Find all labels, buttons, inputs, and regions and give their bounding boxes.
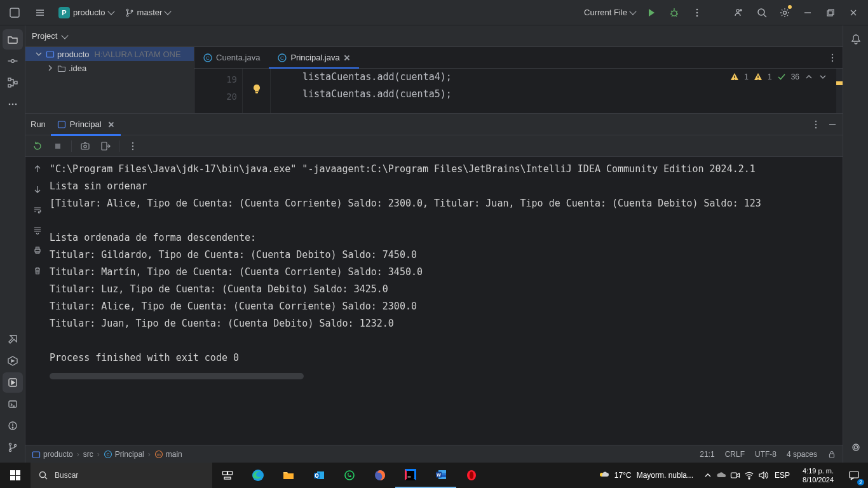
run-tab[interactable]: Principal: [51, 114, 121, 135]
ok-count: 36: [791, 72, 799, 81]
more-tool-icon[interactable]: [3, 94, 23, 114]
start-button[interactable]: [0, 463, 31, 488]
toolbar-more-icon[interactable]: [125, 138, 141, 154]
action-center-icon[interactable]: 2: [840, 463, 868, 488]
edge-icon[interactable]: [243, 463, 273, 488]
screenshot-icon[interactable]: [77, 138, 93, 154]
structure-tool-icon[interactable]: [3, 72, 23, 93]
lightbulb-icon[interactable]: [252, 84, 262, 94]
status-indent[interactable]: 4 spaces: [787, 450, 817, 459]
status-line-sep[interactable]: CRLF: [725, 450, 745, 459]
tree-label: producto: [57, 50, 90, 59]
search-icon[interactable]: [751, 0, 773, 25]
svg-point-37: [14, 444, 16, 446]
exit-icon[interactable]: [97, 138, 114, 154]
close-icon[interactable]: [344, 55, 350, 61]
panel-options-icon[interactable]: [811, 119, 821, 130]
breadcrumb-item[interactable]: src: [83, 450, 93, 459]
clock-time: 4:19 p. m.: [803, 466, 834, 475]
wifi-icon[interactable]: [744, 470, 754, 480]
window-minimize-icon[interactable]: [797, 0, 818, 25]
run-button[interactable]: [641, 0, 662, 25]
git-branch-selector[interactable]: master: [121, 4, 175, 22]
svg-text:C: C: [206, 55, 210, 61]
chevron-down-icon[interactable]: [62, 32, 69, 39]
problems-tool-icon[interactable]: [3, 416, 23, 436]
project-selector[interactable]: P producto: [55, 4, 118, 22]
class-icon: C: [278, 53, 287, 62]
taskbar-weather[interactable]: 17°C Mayorm. nubla...: [592, 470, 700, 481]
tree-row-root[interactable]: producto H:\ALURA LATAM ONE: [25, 47, 194, 61]
app-menu-icon[interactable]: [4, 0, 25, 25]
svg-point-53: [815, 126, 817, 128]
run-tool-icon[interactable]: [3, 372, 23, 393]
commit-tool-icon[interactable]: [3, 51, 23, 71]
settings-icon[interactable]: [774, 0, 796, 25]
services-tool-icon[interactable]: [3, 351, 23, 371]
debug-button[interactable]: [663, 0, 685, 25]
editor-area[interactable]: 19 20 listaCuentas.add(cuenta4); listaCu…: [194, 69, 843, 113]
scroll-down-icon[interactable]: [29, 181, 46, 198]
onedrive-icon[interactable]: [716, 470, 726, 480]
status-caret[interactable]: 21:1: [700, 450, 714, 459]
console-side-toolbar: [25, 157, 50, 445]
breadcrumb-item[interactable]: C Principal: [104, 450, 144, 459]
editor-error-stripe[interactable]: [836, 69, 843, 113]
terminal-tool-icon[interactable]: [3, 394, 23, 414]
ai-assistant-tool-icon[interactable]: [846, 437, 866, 458]
chevron-up-icon[interactable]: [804, 72, 813, 81]
meet-now-icon[interactable]: [730, 470, 740, 480]
run-config-label: Current File: [584, 8, 627, 17]
close-icon[interactable]: [108, 121, 114, 128]
horizontal-scrollbar[interactable]: [50, 373, 304, 379]
tray-lang[interactable]: ESP: [772, 471, 792, 480]
word-icon[interactable]: W: [426, 463, 456, 488]
clear-icon[interactable]: [29, 262, 46, 279]
rerun-button[interactable]: [29, 138, 46, 154]
firefox-icon[interactable]: [365, 463, 395, 488]
system-tray[interactable]: ESP: [700, 470, 796, 480]
outlook-icon[interactable]: [304, 463, 334, 488]
task-view-icon[interactable]: [212, 463, 243, 488]
svg-rect-75: [228, 471, 233, 475]
breadcrumb-item[interactable]: producto: [32, 450, 73, 459]
soft-wrap-icon[interactable]: [29, 201, 46, 218]
more-actions-icon[interactable]: [686, 0, 708, 25]
run-config-selector[interactable]: Current File: [580, 4, 639, 22]
taskbar-search[interactable]: Buscar: [31, 463, 212, 488]
scroll-to-end-icon[interactable]: [29, 222, 46, 238]
inspection-widget[interactable]: 1 1 36: [730, 72, 827, 81]
breadcrumb-item[interactable]: m main: [154, 450, 182, 459]
code-with-me-icon[interactable]: [728, 0, 750, 25]
window-close-icon[interactable]: [843, 0, 864, 25]
panel-hide-icon[interactable]: [827, 119, 837, 130]
notifications-tool-icon[interactable]: [846, 29, 866, 50]
editor-tab-cuenta[interactable]: C Cuenta.java: [194, 47, 269, 69]
volume-icon[interactable]: [758, 470, 768, 480]
stop-button[interactable]: [50, 138, 66, 154]
tray-chevron-up-icon[interactable]: [703, 471, 712, 480]
search-icon: [38, 470, 48, 480]
status-encoding[interactable]: UTF-8: [755, 450, 776, 459]
project-tool-icon[interactable]: [3, 29, 23, 50]
editor-tab-principal[interactable]: C Principal.java: [269, 47, 358, 69]
hamburger-icon[interactable]: [29, 0, 51, 25]
opera-icon[interactable]: [456, 463, 487, 488]
whatsapp-icon[interactable]: [334, 463, 365, 488]
taskbar-clock[interactable]: 4:19 p. m. 8/10/2024: [796, 466, 840, 484]
file-explorer-icon[interactable]: [273, 463, 304, 488]
status-lock-icon[interactable]: [827, 450, 836, 459]
project-tree[interactable]: producto H:\ALURA LATAM ONE .idea: [25, 47, 194, 113]
tree-row[interactable]: .idea: [25, 61, 194, 75]
vcs-tool-icon[interactable]: [3, 437, 23, 458]
build-tool-icon[interactable]: [3, 329, 23, 349]
console-output[interactable]: "C:\Program Files\Java\jdk-17\bin\java.e…: [50, 157, 843, 445]
window-restore-icon[interactable]: [820, 0, 841, 25]
tabs-more-icon[interactable]: [827, 53, 837, 63]
project-name-label: producto: [73, 8, 105, 17]
intellij-icon[interactable]: [395, 463, 426, 488]
chevron-down-icon[interactable]: [818, 72, 827, 81]
svg-point-60: [132, 145, 133, 146]
print-icon[interactable]: [29, 242, 46, 259]
scroll-up-icon[interactable]: [29, 161, 46, 177]
